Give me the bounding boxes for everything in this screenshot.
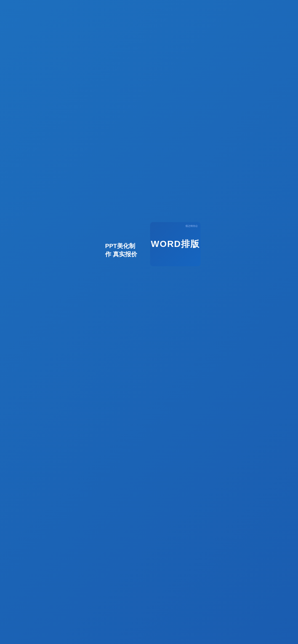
product-card-6[interactable]: 佰之特办公 WORD排版: [150, 222, 201, 266]
product-image-5: PPT美化制作 真实报价: [97, 222, 148, 266]
office-brand-label: 佰之特办公: [185, 224, 198, 228]
product-card-5[interactable]: PPT美化制作 真实报价: [97, 222, 148, 266]
word-paiban-title: WORD排版: [151, 238, 200, 250]
product-grid: 目 录 🥺 💎 文档格式调整，OFFICE，WORD等各种格式调整， ¥50: [95, 66, 203, 268]
product-image-6: 佰之特办公 WORD排版: [150, 222, 201, 266]
